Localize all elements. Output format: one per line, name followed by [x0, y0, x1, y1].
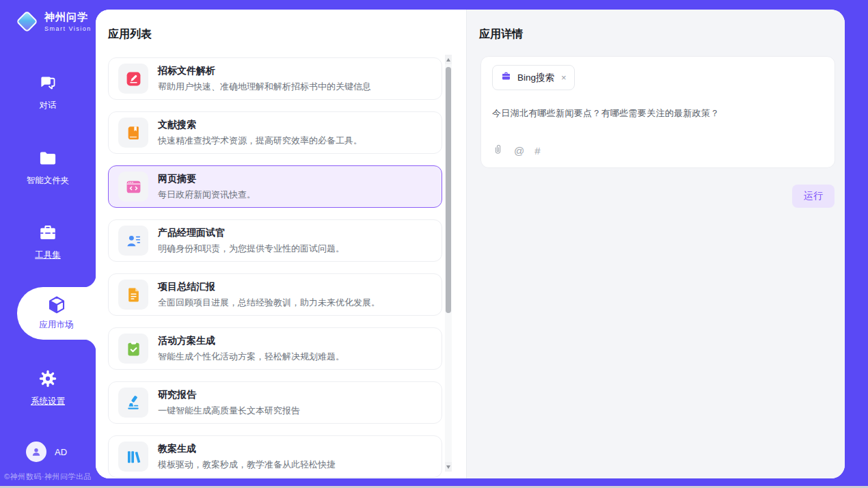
- app-name: 研究报告: [158, 389, 300, 401]
- run-button[interactable]: 运行: [792, 185, 835, 208]
- document-icon: [118, 280, 148, 310]
- app-name: 网页摘要: [158, 173, 256, 185]
- sidebar-item-label: 工具集: [0, 249, 96, 261]
- sidebar-item-chat[interactable]: 对话: [0, 74, 96, 111]
- app-desc: 快速精准查找学术资源，提高研究效率的必备工具。: [158, 135, 362, 147]
- browser-code-icon: [118, 172, 148, 202]
- sidebar-item-label: 对话: [0, 100, 96, 111]
- prompt-input[interactable]: 今日湖北有哪些新闻要点？有哪些需要关注的最新政策？: [492, 107, 824, 120]
- app-card-pm-interviewer[interactable]: 产品经理面试官 明确身份和职责，为您提供专业性的面试问题。: [108, 219, 442, 262]
- hash-icon[interactable]: #: [534, 145, 540, 157]
- app-logo: 神州问学 Smart Vision: [16, 11, 92, 32]
- list-scrollbar[interactable]: [445, 55, 452, 472]
- sidebar-item-label: 系统设置: [0, 396, 96, 407]
- toolbox-icon: [38, 232, 58, 244]
- paperclip-icon[interactable]: [492, 144, 504, 158]
- edit-square-icon: [118, 64, 148, 94]
- app-card-web-summary-selected[interactable]: 网页摘要 每日政府新闻资讯快查。: [108, 165, 442, 208]
- book-icon: [118, 118, 148, 148]
- scroll-down-arrow[interactable]: [445, 462, 452, 472]
- app-list-panel: 应用列表 招标文件解析 帮助用户快速、准确地理解和解析招标书中的关键信息 文献搜…: [96, 10, 466, 478]
- app-name: 文献搜索: [158, 119, 362, 131]
- app-name: 招标文件解析: [158, 65, 371, 77]
- app-card-lesson-plan[interactable]: 教案生成 模板驱动，教案秒成，教学准备从此轻松快捷: [108, 435, 442, 478]
- close-icon[interactable]: ×: [561, 72, 567, 83]
- chat-icon: [39, 83, 57, 94]
- scroll-up-arrow[interactable]: [445, 55, 452, 64]
- app-desc: 每日政府新闻资讯快查。: [158, 189, 256, 201]
- app-card-research-report[interactable]: 研究报告 一键智能生成高质量长文本研究报告: [108, 381, 442, 424]
- clipboard-check-icon: [118, 334, 148, 364]
- books-icon: [118, 442, 148, 472]
- user-initials: AD: [55, 447, 67, 457]
- app-card-list: 招标文件解析 帮助用户快速、准确地理解和解析招标书中的关键信息 文献搜索 快速精…: [108, 57, 442, 478]
- user-account[interactable]: AD: [26, 442, 67, 462]
- microscope-icon: [118, 388, 148, 418]
- sidebar-item-label: 应用市场: [17, 319, 96, 331]
- sidebar-item-smart-folder[interactable]: 智能文件夹: [0, 150, 96, 187]
- main-container: 应用列表 招标文件解析 帮助用户快速、准确地理解和解析招标书中的关键信息 文献搜…: [96, 10, 845, 478]
- app-desc: 一键智能生成高质量长文本研究报告: [158, 405, 300, 417]
- attachment-toolbar: @ #: [492, 144, 541, 158]
- cube-icon: [46, 306, 67, 317]
- gear-icon: [38, 379, 57, 390]
- copyright-footer: ©神州数码·神州问学出品: [0, 472, 96, 482]
- app-name: 教案生成: [158, 443, 336, 455]
- app-name: 活动方案生成: [158, 335, 344, 347]
- app-desc: 智能生成个性化活动方案，轻松解决规划难题。: [158, 351, 344, 363]
- briefcase-icon: [500, 70, 512, 85]
- prompt-editor-card[interactable]: Bing搜索 × 今日湖北有哪些新闻要点？有哪些需要关注的最新政策？ @ #: [480, 56, 835, 168]
- app-card-activity-plan[interactable]: 活动方案生成 智能生成个性化活动方案，轻松解决规划难题。: [108, 327, 442, 370]
- app-desc: 帮助用户快速、准确地理解和解析招标书中的关键信息: [158, 81, 371, 93]
- sidebar-item-app-market-active[interactable]: 应用市场: [17, 287, 96, 340]
- sidebar-item-label: 智能文件夹: [0, 175, 96, 187]
- sidebar-item-settings[interactable]: 系统设置: [0, 369, 96, 407]
- app-card-literature-search[interactable]: 文献搜索 快速精准查找学术资源，提高研究效率的必备工具。: [108, 111, 442, 154]
- sidebar-item-toolset[interactable]: 工具集: [0, 223, 96, 261]
- app-detail-panel: 应用详情 Bing搜索 × 今日湖北有哪些新闻要点？有哪些需要关注的最新政策？ …: [466, 10, 845, 478]
- folder-icon: [38, 158, 57, 170]
- at-icon[interactable]: @: [514, 145, 524, 157]
- app-list-title: 应用列表: [108, 27, 152, 42]
- scrollbar-thumb[interactable]: [446, 67, 451, 313]
- app-name: 项目总结汇报: [158, 281, 380, 293]
- app-desc: 全面回顾项目进展，总结经验教训，助力未来优化发展。: [158, 297, 380, 309]
- app-name: 产品经理面试官: [158, 227, 344, 239]
- app-card-project-report[interactable]: 项目总结汇报 全面回顾项目进展，总结经验教训，助力未来优化发展。: [108, 273, 442, 316]
- app-desc: 明确身份和职责，为您提供专业性的面试问题。: [158, 243, 344, 255]
- app-desc: 模板驱动，教案秒成，教学准备从此轻松快捷: [158, 459, 336, 471]
- tool-tag-bing-search[interactable]: Bing搜索 ×: [492, 65, 575, 90]
- tool-tag-label: Bing搜索: [517, 72, 554, 84]
- brand-name: 神州问学: [44, 11, 92, 24]
- app-card-bid-parse[interactable]: 招标文件解析 帮助用户快速、准确地理解和解析招标书中的关键信息: [108, 57, 442, 100]
- logo-gem-icon: [16, 10, 38, 33]
- avatar: [26, 442, 46, 462]
- sidebar: 神州问学 Smart Vision 对话 智能文件夹 工具集 应用市场 系统设置: [0, 0, 96, 488]
- brand-subtitle: Smart Vision: [44, 25, 92, 32]
- interviewer-icon: [118, 226, 148, 256]
- app-detail-title: 应用详情: [479, 27, 523, 42]
